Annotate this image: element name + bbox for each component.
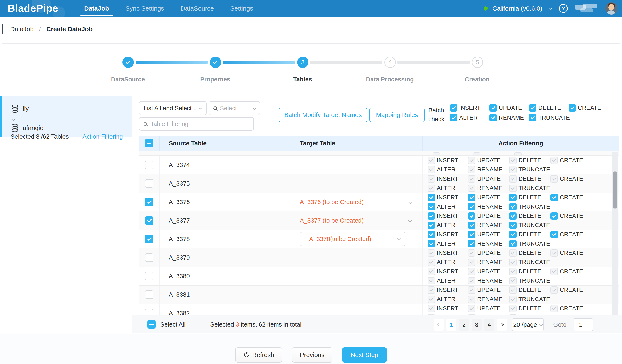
table-select-dropdown[interactable]: Select [209, 101, 260, 115]
chevron-down-icon[interactable] [408, 219, 412, 222]
mapping-rules-button[interactable]: Mapping Rules [369, 108, 425, 122]
checkbox-icon[interactable] [428, 212, 435, 220]
target-table-name[interactable]: A_3376 (to be Created) [300, 199, 364, 206]
previous-button[interactable]: Previous [292, 347, 332, 363]
row-checkbox[interactable] [145, 253, 153, 262]
action-filtering-link[interactable]: Action Filtering [82, 133, 123, 140]
avatar[interactable] [605, 2, 617, 15]
row-checkbox[interactable] [145, 272, 153, 280]
stepper: 3 4 5 DataSource Properties Tables Data … [90, 50, 532, 88]
nav-item-datajob[interactable]: DataJob [84, 0, 109, 17]
action-filter-item: INSERT [428, 175, 468, 183]
table-row: A_3382 INSERTUPDATEDELETECREATEALTERRENA… [139, 304, 619, 315]
checkbox-icon[interactable] [529, 114, 536, 121]
batch-check-grid: INSERTUPDATEDELETECREATEALTERRENAMETRUNC… [450, 104, 608, 121]
selected-schema-node[interactable]: lly afanqie Selected 3 /62 Tables Action… [0, 96, 132, 137]
target-table-select[interactable]: A_3378(to be Created) [300, 232, 406, 246]
checkbox-icon[interactable] [468, 222, 475, 229]
breadcrumb-parent[interactable]: DataJob [10, 25, 34, 33]
tree-node-schema[interactable]: afanqie [11, 123, 43, 132]
checkbox-icon[interactable] [468, 240, 475, 248]
action-label: TRUNCATE [519, 240, 550, 247]
batch-modify-target-names-button[interactable]: Batch Modify Target Names [279, 108, 367, 122]
page-button-2[interactable]: 2 [459, 319, 469, 330]
page-button-1[interactable]: 1 [446, 319, 456, 330]
row-checkbox[interactable] [145, 290, 153, 299]
action-label: CREATE [560, 194, 583, 201]
checkbox-icon[interactable] [428, 203, 435, 211]
checkbox-icon[interactable] [428, 231, 435, 238]
chevron-down-icon [539, 322, 543, 326]
checkbox-icon[interactable] [509, 240, 517, 248]
checkbox-icon[interactable] [550, 194, 558, 201]
checkbox-icon[interactable] [468, 194, 475, 201]
checkbox-icon[interactable] [468, 203, 475, 211]
list-mode-select[interactable]: List All and Select ... [139, 101, 207, 115]
page-button-3[interactable]: 3 [471, 319, 482, 330]
chevron-down-icon[interactable] [549, 6, 553, 10]
target-cell: A_3378(to be Created) [291, 230, 423, 248]
target-table-name[interactable]: A_3377 (to be Created) [300, 217, 364, 224]
chevron-down-icon[interactable] [408, 200, 412, 204]
checkbox-icon[interactable] [489, 114, 497, 121]
table-filter-search[interactable] [139, 117, 254, 131]
refresh-button[interactable]: Refresh [235, 347, 282, 363]
tree-node-database[interactable]: lly [11, 104, 29, 113]
environment-label[interactable]: California (v0.6.0) [492, 5, 542, 12]
checkbox-icon[interactable] [550, 212, 558, 220]
row-checkbox[interactable] [145, 235, 153, 243]
select-all-header-checkbox[interactable] [145, 139, 153, 148]
checkbox-icon [428, 175, 435, 183]
action-label: DELETE [519, 305, 541, 312]
page-size-select[interactable]: 20 /page [512, 318, 544, 331]
checkbox-icon[interactable] [428, 222, 435, 229]
checkbox-icon[interactable] [509, 231, 517, 238]
nav-item-datasource[interactable]: DataSource [180, 0, 214, 17]
checkbox-icon[interactable] [568, 104, 576, 112]
goto-page-input[interactable] [574, 318, 593, 331]
action-filter-item: ALTER [428, 277, 468, 285]
row-checkbox[interactable] [145, 161, 153, 169]
table-scrollbar-track[interactable] [612, 152, 618, 315]
help-icon[interactable]: ? [559, 4, 568, 13]
checkbox-icon[interactable] [428, 240, 435, 248]
page-button-4[interactable]: 4 [484, 319, 494, 330]
checkbox-icon[interactable] [509, 212, 517, 220]
table-filter-input[interactable] [151, 121, 249, 128]
checkbox-icon[interactable] [509, 203, 517, 211]
action-filter-item: DELETE [509, 194, 550, 201]
action-label: CREATE [560, 287, 583, 293]
row-checkbox[interactable] [145, 179, 153, 188]
nav-item-settings[interactable]: Settings [230, 0, 253, 17]
checkbox-icon [509, 166, 517, 173]
row-checkbox[interactable] [145, 309, 153, 315]
checkbox-icon[interactable] [509, 194, 517, 201]
step-connector [136, 61, 208, 64]
step-circle-datasource [122, 57, 134, 68]
checkbox-icon[interactable] [468, 231, 475, 238]
selection-summary-text: Selected 3 items, 62 items in total [210, 321, 302, 328]
app-logo[interactable]: BladePipe [8, 2, 58, 14]
next-step-button[interactable]: Next Step [342, 347, 387, 363]
action-label: CREATE [560, 175, 583, 182]
next-page-button[interactable] [497, 319, 507, 330]
tables-content: List All and Select ... Select Batch Mod… [132, 96, 622, 333]
checkbox-icon[interactable] [550, 231, 558, 238]
checkbox-icon[interactable] [468, 212, 475, 220]
row-checkbox[interactable] [145, 216, 153, 225]
action-label: INSERT [437, 175, 458, 182]
checkbox-icon[interactable] [428, 194, 435, 201]
checkbox-icon[interactable] [450, 104, 457, 112]
tree-expand-icon[interactable] [11, 117, 15, 121]
action-label: RENAME [477, 222, 503, 229]
checkbox-icon[interactable] [509, 222, 517, 229]
checkbox-icon[interactable] [489, 104, 497, 112]
nav-item-sync-settings[interactable]: Sync Settings [125, 0, 164, 17]
username-redacted[interactable] [575, 4, 598, 13]
checkbox-icon[interactable] [529, 104, 536, 112]
table-scrollbar-thumb[interactable] [613, 172, 617, 209]
checkbox-icon[interactable] [450, 114, 457, 121]
select-all-checkbox[interactable] [147, 320, 156, 329]
row-checkbox[interactable] [145, 198, 153, 206]
action-label: RENAME [477, 240, 503, 247]
